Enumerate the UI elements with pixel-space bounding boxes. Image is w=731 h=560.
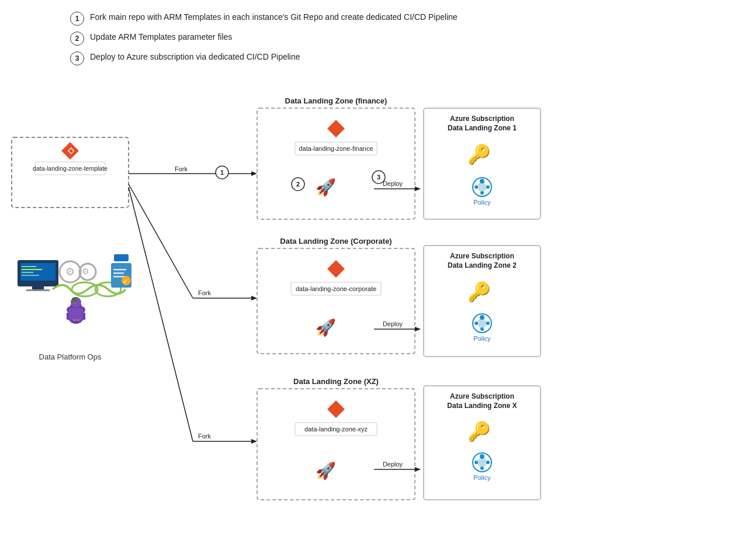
svg-point-42 (216, 166, 228, 179)
step-2: 2 Update ARM Templates parameter files (70, 32, 719, 46)
svg-text:Fork: Fork (175, 165, 188, 172)
svg-text:🔑: 🔑 (467, 143, 491, 165)
svg-point-21 (79, 264, 96, 280)
svg-text:🔑: 🔑 (467, 281, 491, 303)
svg-point-4 (68, 143, 72, 147)
svg-rect-15 (26, 289, 50, 291)
svg-rect-55 (295, 142, 377, 155)
svg-marker-46 (251, 296, 257, 300)
svg-text:Data Landing Zone (XZ): Data Landing Zone (XZ) (293, 377, 379, 386)
svg-rect-34 (67, 313, 85, 320)
svg-point-36 (71, 297, 81, 307)
svg-text:data-landing-zone-corporate: data-landing-zone-corporate (296, 285, 376, 292)
svg-rect-8 (35, 162, 105, 175)
svg-text:🔑: 🔑 (467, 420, 491, 443)
step-1-text: Fork main repo with ARM Templates in eac… (90, 12, 458, 23)
svg-point-111 (480, 454, 484, 459)
svg-rect-14 (32, 286, 44, 289)
svg-text:3: 3 (377, 174, 380, 181)
svg-text:data-landing-zone-xyz: data-landing-zone-xyz (304, 426, 368, 433)
svg-point-90 (474, 185, 478, 189)
svg-point-33 (67, 305, 85, 314)
svg-rect-65 (257, 248, 415, 354)
svg-point-110 (477, 458, 487, 467)
svg-text:Data Landing Zone (finance): Data Landing Zone (finance) (285, 96, 387, 105)
svg-rect-74 (257, 389, 415, 500)
svg-point-91 (486, 185, 490, 189)
svg-point-109 (473, 453, 491, 472)
step-1-circle: 1 (70, 12, 84, 26)
svg-text:1: 1 (220, 169, 224, 176)
svg-text:🚀: 🚀 (316, 178, 336, 197)
svg-point-87 (473, 178, 491, 196)
svg-text:Deploy: Deploy (383, 180, 403, 187)
step-2-text: Update ARM Templates parameter files (90, 32, 232, 43)
step-3-circle: 3 (70, 51, 84, 65)
svg-rect-19 (22, 275, 39, 276)
svg-point-20 (60, 261, 81, 282)
svg-text:👷: 👷 (71, 310, 82, 321)
steps-section: 1 Fork main repo with ARM Templates in e… (70, 12, 719, 71)
svg-point-113 (486, 461, 490, 464)
svg-rect-83 (424, 108, 541, 219)
svg-rect-2 (69, 147, 71, 155)
svg-rect-68 (291, 282, 381, 295)
svg-text:Deploy: Deploy (383, 320, 403, 327)
svg-text:Data Landing Zone X: Data Landing Zone X (447, 402, 517, 410)
svg-rect-24 (111, 263, 131, 288)
svg-point-98 (473, 314, 491, 333)
step-2-circle: 2 (70, 32, 84, 46)
svg-rect-27 (113, 272, 124, 274)
svg-text:Policy: Policy (473, 199, 491, 206)
svg-marker-72 (415, 327, 421, 331)
svg-rect-94 (424, 246, 541, 357)
svg-text:Policy: Policy (473, 474, 491, 481)
svg-rect-105 (424, 386, 541, 500)
svg-rect-26 (113, 269, 126, 271)
svg-point-31 (68, 307, 84, 324)
svg-text:Fork: Fork (198, 289, 212, 296)
svg-text:⚙: ⚙ (65, 266, 75, 278)
svg-point-92 (480, 191, 484, 195)
svg-text:🚀: 🚀 (316, 461, 336, 481)
svg-text:✓: ✓ (123, 278, 127, 285)
svg-rect-12 (18, 260, 58, 286)
svg-marker-40 (251, 171, 257, 176)
svg-point-35 (70, 301, 82, 313)
svg-text:Deploy: Deploy (383, 461, 403, 468)
svg-point-29 (122, 276, 131, 285)
svg-text:data-landing-zone-template: data-landing-zone-template (33, 165, 108, 172)
svg-point-57 (292, 178, 304, 191)
svg-rect-37 (69, 308, 83, 320)
svg-point-112 (474, 461, 478, 464)
svg-marker-54 (327, 120, 345, 137)
svg-point-11 (72, 282, 98, 296)
svg-rect-18 (22, 272, 33, 273)
svg-marker-61 (415, 186, 421, 191)
svg-point-100 (480, 315, 484, 320)
svg-marker-1 (63, 144, 77, 158)
svg-point-99 (477, 319, 487, 328)
svg-text:Data Landing Zone 2: Data Landing Zone 2 (448, 261, 517, 269)
svg-rect-52 (257, 108, 415, 219)
svg-text:Policy: Policy (473, 335, 491, 342)
step-3-text: Deploy to Azure subscription via dedicat… (90, 51, 300, 63)
svg-line-48 (129, 187, 193, 441)
svg-point-88 (477, 182, 487, 192)
svg-rect-77 (295, 423, 377, 435)
svg-point-89 (480, 179, 484, 184)
svg-marker-6 (61, 142, 79, 160)
svg-point-3 (68, 156, 72, 160)
step-3: 3 Deploy to Azure subscription via dedic… (70, 51, 719, 65)
svg-text:Azure Subscription: Azure Subscription (450, 392, 514, 400)
svg-text:Data Platform Ops: Data Platform Ops (39, 352, 102, 361)
svg-text:data-landing-zone-finance: data-landing-zone-finance (299, 145, 373, 152)
svg-point-10 (95, 282, 121, 296)
svg-point-102 (486, 322, 490, 325)
svg-point-114 (480, 466, 484, 470)
svg-rect-13 (20, 263, 56, 281)
main-container: 1 Fork main repo with ARM Templates in e… (0, 0, 731, 560)
svg-point-103 (480, 327, 484, 331)
svg-marker-67 (327, 260, 345, 278)
svg-point-63 (372, 171, 385, 184)
